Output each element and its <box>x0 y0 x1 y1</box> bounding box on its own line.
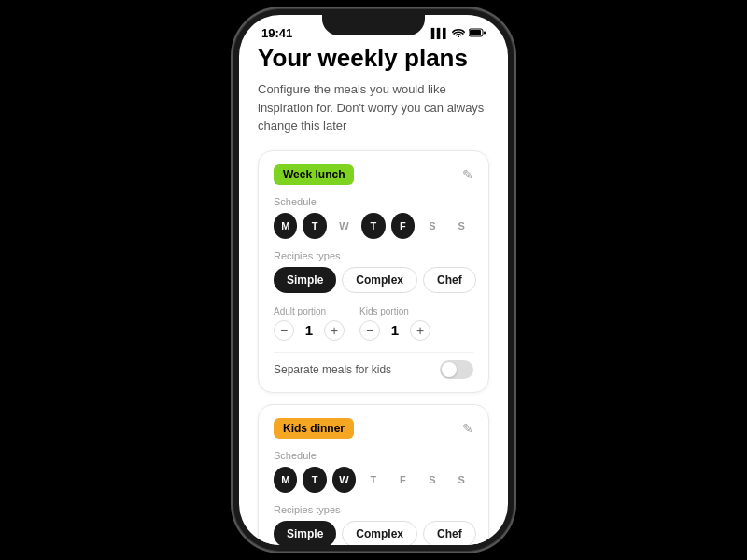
page-subtitle: Configure the meals you would like inspi… <box>258 80 489 135</box>
day-M-2[interactable]: M <box>274 467 297 493</box>
phone-screen: 19:41 ▌▌▌ <box>239 15 508 545</box>
recipe-complex-1[interactable]: Complex <box>342 267 417 293</box>
recipe-label-2: Recipies types <box>274 504 473 515</box>
day-W-1[interactable]: W <box>332 213 356 239</box>
separate-toggle-1[interactable] <box>440 360 473 379</box>
svg-rect-2 <box>484 31 486 34</box>
kids-portion-group-1: Kids portion − 1 + <box>359 306 430 341</box>
recipe-complex-2[interactable]: Complex <box>342 521 417 545</box>
kids-decrease-1[interactable]: − <box>359 320 380 341</box>
svg-rect-1 <box>470 30 481 35</box>
schedule-label-1: Schedule <box>274 196 473 207</box>
portions-row-1: Adult portion − 1 + Kids portion − 1 + <box>274 306 473 341</box>
wifi-icon <box>452 28 465 39</box>
day-T1-2[interactable]: T <box>303 467 326 493</box>
adult-label-1: Adult portion <box>274 306 345 316</box>
kids-dinner-tag: Kids dinner <box>274 418 354 439</box>
kids-controls-1: − 1 + <box>359 320 430 341</box>
adult-increase-1[interactable]: + <box>324 320 345 341</box>
day-M-1[interactable]: M <box>274 213 297 239</box>
adult-value-1: 1 <box>302 322 317 338</box>
adult-controls-1: − 1 + <box>274 320 345 341</box>
day-S1-1[interactable]: S <box>420 213 444 239</box>
edit-icon-2[interactable]: ✎ <box>462 421 473 436</box>
days-row-1: M T W T F S S <box>274 213 473 239</box>
card-header-2: Kids dinner ✎ <box>274 418 473 439</box>
kids-increase-1[interactable]: + <box>410 320 430 341</box>
recipe-chef-1[interactable]: Chef <box>423 267 476 293</box>
signal-icon: ▌▌▌ <box>431 28 448 38</box>
day-S2-1[interactable]: S <box>450 213 473 239</box>
kids-value-1: 1 <box>388 322 402 338</box>
day-F-2[interactable]: F <box>391 467 415 493</box>
recipe-types-1: Simple Complex Chef <box>274 267 473 293</box>
schedule-label-2: Schedule <box>274 450 473 461</box>
recipe-simple-2[interactable]: Simple <box>274 521 336 545</box>
edit-icon-1[interactable]: ✎ <box>462 167 473 182</box>
card-header-1: Week lunch ✎ <box>274 164 473 185</box>
days-row-2: M T W T F S S <box>274 467 473 493</box>
recipe-simple-1[interactable]: Simple <box>274 267 336 293</box>
adult-portion-group-1: Adult portion − 1 + <box>274 306 345 341</box>
toggle-knob-1 <box>442 362 457 377</box>
battery-icon <box>469 28 486 39</box>
day-S2-2[interactable]: S <box>450 467 473 493</box>
day-T2-2[interactable]: T <box>361 467 385 493</box>
phone-frame: 19:41 ▌▌▌ <box>233 9 514 551</box>
recipe-types-2: Simple Complex Chef <box>274 521 473 545</box>
scroll-content[interactable]: Your weekly plans Configure the meals yo… <box>239 44 508 545</box>
recipe-label-1: Recipies types <box>274 250 473 261</box>
separate-meals-row-1: Separate meals for kids <box>274 352 473 379</box>
adult-decrease-1[interactable]: − <box>274 320 294 341</box>
week-lunch-tag: Week lunch <box>274 164 354 185</box>
status-icons: ▌▌▌ <box>431 28 486 39</box>
notch <box>322 15 425 35</box>
status-time: 19:41 <box>261 26 292 40</box>
day-S1-2[interactable]: S <box>420 467 444 493</box>
kids-dinner-card: Kids dinner ✎ Schedule M T W T F S S Rec… <box>258 404 489 545</box>
recipe-chef-2[interactable]: Chef <box>423 521 476 545</box>
day-F-1[interactable]: F <box>391 213 415 239</box>
day-T2-1[interactable]: T <box>361 213 385 239</box>
separate-label-1: Separate meals for kids <box>274 363 391 376</box>
week-lunch-card: Week lunch ✎ Schedule M T W T F S S Reci… <box>258 150 489 393</box>
page-title: Your weekly plans <box>258 44 489 73</box>
kids-label-1: Kids portion <box>359 306 430 316</box>
day-T1-1[interactable]: T <box>303 213 326 239</box>
day-W-2[interactable]: W <box>332 467 356 493</box>
